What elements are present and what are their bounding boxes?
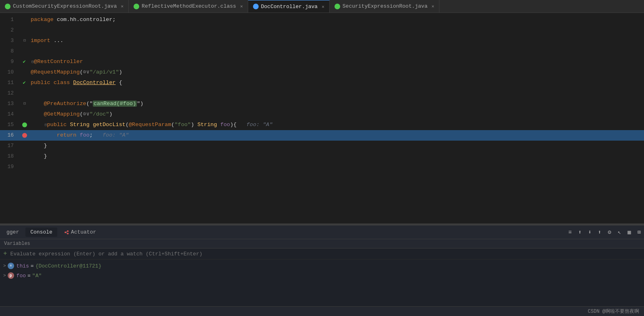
toolbar-upload2-icon[interactable]: ⬆ [596, 228, 603, 236]
code-line-12: 12 [0, 88, 644, 99]
toolbar-cursor-icon[interactable]: ↖ [616, 228, 623, 236]
line-num-11: 11 [0, 78, 20, 88]
code-area[interactable]: 1 package com.hh.controller; 2 3 ⊟ impor… [0, 13, 644, 223]
tab-bar: CustomSecurityExpressionRoot.java ✕ Refl… [0, 0, 644, 13]
toolbar-columns-icon[interactable]: ⊞ [636, 228, 642, 236]
debugger-tab-console[interactable]: Console [25, 228, 57, 237]
tab-icon-4 [335, 4, 340, 9]
line-num-17: 17 [0, 141, 20, 151]
breakpoint-green-15 [22, 122, 27, 127]
code-line-3: 3 ⊟ import ... [0, 36, 644, 46]
line-num-15: 15 [0, 120, 20, 130]
svg-line-4 [66, 232, 67, 234]
line-num-3: 3 [0, 36, 20, 46]
debugger-tab-console-label: Console [30, 229, 52, 235]
line-content-14: @GetMapping(⊙∨"/doc") [29, 109, 644, 120]
line-content-17: } [29, 141, 644, 151]
code-line-17: 17 ⊟ } [0, 141, 644, 151]
code-line-16: 16 return foo; foo: "A" [0, 130, 644, 141]
expand-foo-icon[interactable]: > [3, 273, 6, 278]
variable-foo[interactable]: > p foo = "A" [0, 271, 644, 280]
var-name-this: this [17, 263, 29, 269]
editor-area: 1 package com.hh.controller; 2 3 ⊟ impor… [0, 13, 644, 223]
line-num-16: 16 [0, 130, 20, 141]
checkmark-icon-11: ✔ [21, 80, 27, 86]
line-num-12: 12 [0, 88, 20, 99]
toolbar-list-icon[interactable]: ≡ [567, 228, 573, 236]
status-bar: CSDN @啊啦不要熬夜啊 [0, 306, 644, 316]
var-eq-this: = [31, 263, 34, 269]
variables-label: Variables [4, 241, 30, 246]
debugger-tab-actuator[interactable]: Actuator [59, 228, 101, 237]
fold-icon-13[interactable]: ⊟ [23, 99, 26, 109]
line-num-9: 9 [0, 57, 20, 67]
tab-icon-1 [5, 4, 10, 9]
line-num-13: 13 [0, 99, 20, 109]
line-num-18: 18 [0, 151, 20, 162]
line-content-9: ⊟@RestController [29, 57, 644, 67]
tab-label-2: ReflectiveMethodExecutor.class [142, 3, 236, 9]
gutter-icon-13: ⊟ [20, 99, 28, 109]
tab-close-1[interactable]: ✕ [121, 4, 123, 9]
code-line-8: 8 [0, 46, 644, 57]
gutter-10: 10 [0, 67, 29, 78]
toolbar-upload-icon[interactable]: ⬆ [577, 228, 583, 236]
gutter-icon-17: ⊟ [20, 141, 28, 151]
line-content-10: @RequestMapping(⊙∨"/api/v1") [29, 67, 644, 78]
gutter-12: 12 [0, 88, 29, 99]
line-content-15: ⊟public String getDocList(@RequestParam(… [29, 120, 644, 131]
toolbar-settings-icon[interactable]: ⚙ [606, 228, 613, 236]
toolbar-grid-icon[interactable]: ▦ [626, 228, 632, 236]
variable-this[interactable]: > ≡ this = {DocController@11721} [0, 261, 644, 271]
toolbar-download-icon[interactable]: ⬇ [586, 228, 593, 236]
add-watch-button[interactable]: + [3, 250, 7, 257]
line-num-2: 2 [0, 25, 20, 36]
line-content-18: } [29, 151, 644, 162]
code-line-10: 10 @RequestMapping(⊙∨"/api/v1") [0, 67, 644, 78]
gutter-15: 15 [0, 120, 29, 130]
fold-icon-3[interactable]: ⊟ [23, 36, 26, 46]
watch-input-row: + [0, 249, 644, 259]
debugger-tab-actuator-label: Actuator [71, 229, 96, 235]
code-line-18: 18 } [0, 151, 644, 162]
var-name-foo: foo [17, 273, 26, 279]
tab-reflective[interactable]: ReflectiveMethodExecutor.class ✕ [129, 0, 248, 13]
tab-security-expression[interactable]: SecurityExpressionRoot.java ✕ [330, 0, 439, 13]
expand-this-icon[interactable]: > [3, 263, 6, 268]
var-value-this: {DocController@11721} [36, 263, 102, 269]
gutter-14: 14 ⊟ [0, 109, 29, 120]
var-icon-this: ≡ [8, 263, 14, 269]
watch-expression-input[interactable] [10, 251, 641, 257]
line-num-14: 14 [0, 109, 20, 120]
gutter-icon-3: ⊟ [20, 36, 28, 46]
gutter-13: 13 ⊟ [0, 99, 29, 109]
gutter-1: 1 [0, 15, 29, 25]
gutter-icon-14: ⊟ [20, 109, 28, 120]
var-value-foo: "A" [32, 273, 42, 279]
variables-list: > ≡ this = {DocController@11721} > p foo… [0, 259, 644, 306]
line-content-1: package com.hh.controller; [29, 15, 644, 25]
line-content-13: @PreAuthorize("canRead(#foo)") [29, 99, 644, 109]
gutter-18: 18 [0, 151, 29, 162]
line-content-16: return foo; foo: "A" [29, 130, 644, 141]
line-num-1: 1 [0, 15, 20, 25]
var-icon-foo: p [8, 272, 14, 279]
tab-close-4[interactable]: ✕ [431, 4, 434, 9]
line-num-8: 8 [0, 46, 20, 57]
gutter-9: 9 ✔ [0, 57, 29, 67]
gutter-icon-9: ✔ [20, 59, 28, 65]
tab-close-3[interactable]: ✕ [322, 4, 324, 9]
debugger-tab-bar: gger Console Actuator ≡ ⬆ ⬇ ⬆ ⚙ ↖ ▦ ⊞ [0, 225, 644, 239]
debugger-tab-logger[interactable]: gger [2, 228, 24, 237]
tab-icon-2 [134, 4, 139, 9]
code-line-15: 15 ⊟public String getDocList(@RequestPar… [0, 120, 644, 130]
debugger-toolbar: ≡ ⬆ ⬇ ⬆ ⚙ ↖ ▦ ⊞ [567, 228, 642, 236]
gutter-19: 19 [0, 162, 29, 172]
gutter-8: 8 [0, 46, 29, 57]
var-eq-foo: = [27, 273, 31, 279]
tab-doc-controller[interactable]: DocController.java ✕ [248, 0, 330, 13]
code-line-9: 9 ✔ ⊟@RestController [0, 57, 644, 67]
tab-custom-security[interactable]: CustomSecurityExpressionRoot.java ✕ [0, 0, 129, 13]
svg-point-1 [67, 230, 69, 232]
tab-close-2[interactable]: ✕ [240, 4, 243, 9]
